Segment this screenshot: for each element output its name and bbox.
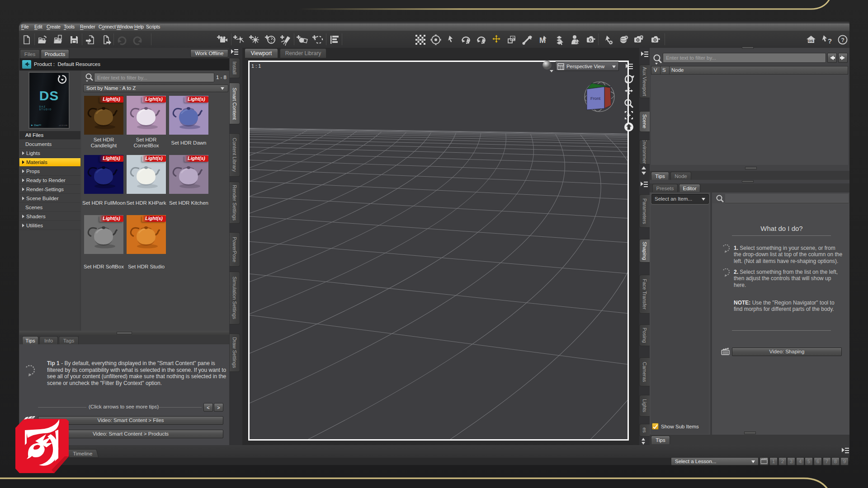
svg-text:Front: Front (590, 96, 601, 101)
svg-text:?: ? (841, 37, 844, 43)
svg-text:DS: DS (808, 39, 814, 43)
svg-text:?: ? (828, 37, 832, 45)
